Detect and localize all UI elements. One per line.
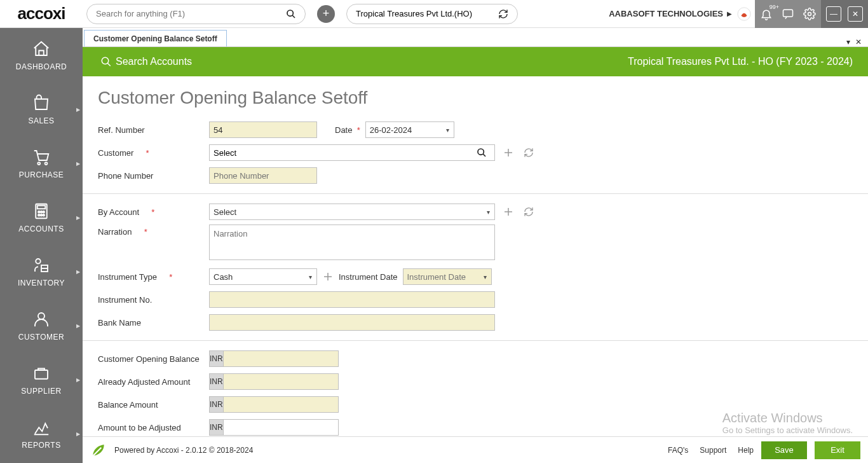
instr-date-input[interactable] bbox=[403, 268, 492, 285]
company-name: Tropical Treasures Pvt Ltd.(HO) bbox=[356, 9, 498, 18]
label-already: Already Adjusted Amount bbox=[98, 377, 209, 387]
currency-unit: INR bbox=[209, 373, 223, 390]
search-icon[interactable] bbox=[286, 9, 296, 19]
chevron-right-icon: ▶ bbox=[76, 431, 81, 436]
svg-point-4 bbox=[808, 12, 811, 15]
customer-lookup[interactable] bbox=[209, 144, 495, 161]
footer-links: FAQ's Support Help bbox=[668, 446, 754, 455]
svg-point-20 bbox=[102, 57, 109, 64]
to-adjust-input[interactable] bbox=[223, 419, 339, 436]
org-caret-icon[interactable]: ▶ bbox=[727, 10, 732, 17]
chevron-right-icon: ▶ bbox=[76, 377, 81, 382]
divider bbox=[83, 193, 868, 194]
chat-icon[interactable] bbox=[782, 8, 794, 20]
nav-customer[interactable]: CUSTOMER ▶ bbox=[0, 298, 83, 352]
svg-point-17 bbox=[38, 313, 44, 319]
balance-input bbox=[223, 396, 339, 413]
open-bal-input bbox=[223, 350, 339, 367]
by-account-select[interactable]: ▾ bbox=[209, 204, 495, 220]
global-search[interactable] bbox=[86, 4, 306, 24]
label-to-adjust: Amount to be Adjusted bbox=[98, 423, 209, 432]
svg-rect-18 bbox=[35, 370, 48, 379]
link-help[interactable]: Help bbox=[738, 446, 754, 455]
nav-accounts[interactable]: ACCOUNTS ▶ bbox=[0, 190, 83, 244]
quick-add-button[interactable]: + bbox=[317, 5, 335, 23]
label-open-bal: Customer Opening Balance bbox=[98, 354, 209, 364]
chevron-right-icon: ▶ bbox=[76, 214, 81, 220]
sidenav: DASHBOARD SALES ▶ PURCHASE ▶ ACCOUNTS ▶ … bbox=[0, 28, 83, 463]
label-instr-date: Instrument Date bbox=[339, 272, 398, 282]
bank-input[interactable] bbox=[209, 314, 495, 331]
add-instr-type-button[interactable] bbox=[321, 270, 335, 284]
nav-reports[interactable]: REPORTS ▶ bbox=[0, 406, 83, 460]
nav-dashboard[interactable]: DASHBOARD bbox=[0, 28, 83, 82]
link-support[interactable]: Support bbox=[700, 446, 726, 455]
instr-type-select[interactable]: ▾ bbox=[209, 268, 317, 285]
svg-point-5 bbox=[37, 162, 40, 165]
add-customer-button[interactable] bbox=[501, 146, 515, 160]
topbar-right: AABASOFT TECHNOLOGIES ▶ 99+ — ✕ bbox=[609, 0, 868, 28]
nav-sales[interactable]: SALES ▶ bbox=[0, 82, 83, 136]
page-body: Customer Opening Balance Setoff Ref. Num… bbox=[83, 76, 868, 436]
narration-textarea[interactable] bbox=[209, 225, 495, 260]
chevron-right-icon: ▶ bbox=[76, 160, 81, 166]
app-logo: accoxi bbox=[0, 0, 83, 28]
minimize-button[interactable]: — bbox=[826, 6, 841, 22]
search-accounts-icon[interactable] bbox=[100, 56, 112, 67]
to-adjust-field[interactable]: INR bbox=[209, 419, 317, 436]
customer-input[interactable] bbox=[210, 148, 477, 158]
close-button[interactable]: ✕ bbox=[848, 6, 863, 22]
label-instr-no: Instrument No. bbox=[98, 295, 209, 305]
org-name[interactable]: AABASOFT TECHNOLOGIES bbox=[609, 9, 723, 18]
instr-type-input[interactable] bbox=[209, 268, 317, 285]
label-ref-no: Ref. Number bbox=[98, 125, 209, 135]
refresh-customer-button[interactable] bbox=[522, 146, 536, 160]
settings-icon[interactable] bbox=[803, 8, 816, 20]
nav-supplier[interactable]: SUPPLIER ▶ bbox=[0, 352, 83, 406]
svg-rect-8 bbox=[37, 205, 46, 209]
phone-input[interactable] bbox=[209, 167, 317, 184]
currency-unit: INR bbox=[209, 419, 223, 436]
svg-point-11 bbox=[43, 211, 45, 213]
save-button[interactable]: Save bbox=[761, 441, 807, 459]
svg-point-22 bbox=[478, 149, 484, 155]
sync-icon[interactable] bbox=[498, 9, 508, 19]
chevron-right-icon: ▶ bbox=[76, 106, 81, 112]
search-accounts-link[interactable]: Search Accounts bbox=[116, 56, 192, 67]
context-header: Search Accounts Tropical Treasures Pvt L… bbox=[83, 47, 868, 76]
svg-line-23 bbox=[483, 154, 485, 156]
svg-line-21 bbox=[107, 63, 111, 66]
svg-point-13 bbox=[41, 214, 43, 216]
page-title: Customer Opening Balance Setoff bbox=[98, 88, 853, 108]
nav-label: SUPPLIER bbox=[21, 387, 61, 396]
currency-unit: INR bbox=[209, 396, 223, 413]
exit-button[interactable]: Exit bbox=[815, 441, 860, 459]
by-account-input[interactable] bbox=[209, 204, 495, 220]
notifications-icon[interactable]: 99+ bbox=[760, 8, 773, 20]
notif-badge: 99+ bbox=[770, 4, 779, 10]
link-faq[interactable]: FAQ's bbox=[668, 446, 688, 455]
nav-inventory[interactable]: INVENTORY ▶ bbox=[0, 244, 83, 298]
ref-no-input[interactable] bbox=[209, 121, 317, 138]
instr-no-input[interactable] bbox=[209, 291, 495, 308]
global-search-input[interactable] bbox=[96, 9, 286, 18]
add-account-button[interactable] bbox=[501, 205, 515, 219]
chevron-right-icon: ▶ bbox=[76, 268, 81, 274]
tab-tools: ▾ ✕ bbox=[846, 38, 862, 46]
label-by-account: By Account * bbox=[98, 207, 209, 217]
tab-customer-opening-balance[interactable]: Customer Opening Balance Setoff bbox=[84, 30, 227, 46]
svg-point-12 bbox=[38, 214, 40, 216]
tab-close-icon[interactable]: ✕ bbox=[855, 38, 862, 46]
version-text: Powered by Accoxi - 2.0.12 © 2018-2024 bbox=[114, 446, 253, 455]
company-selector[interactable]: Tropical Treasures Pvt Ltd.(HO) bbox=[346, 4, 518, 24]
nav-purchase[interactable]: PURCHASE ▶ bbox=[0, 136, 83, 190]
currency-unit: INR bbox=[209, 350, 223, 367]
date-input[interactable] bbox=[365, 121, 454, 138]
instr-date-picker[interactable]: ▾ bbox=[403, 268, 492, 285]
search-icon[interactable] bbox=[477, 148, 494, 158]
chevron-right-icon: ▶ bbox=[76, 322, 81, 328]
mascot-icon bbox=[737, 7, 751, 21]
date-picker[interactable]: ▾ bbox=[365, 121, 454, 138]
refresh-account-button[interactable] bbox=[522, 205, 536, 219]
tab-menu-icon[interactable]: ▾ bbox=[846, 38, 850, 46]
